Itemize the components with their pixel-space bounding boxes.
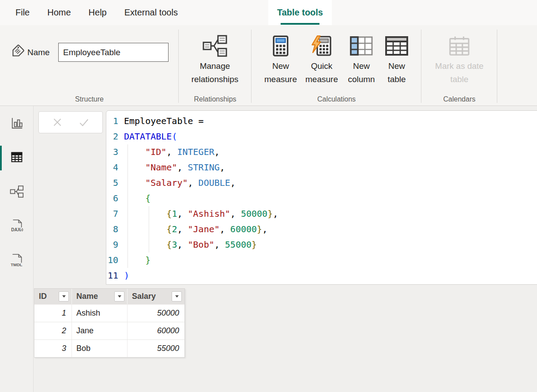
- formula-bar-actions: [38, 111, 103, 133]
- column-header-label: ID: [39, 292, 47, 301]
- tab-help[interactable]: Help: [80, 0, 116, 25]
- code-text: "Salary", DOUBLE,: [124, 175, 236, 191]
- code-text: ): [124, 268, 129, 283]
- code-text: {3, "Bob", 55000}: [124, 237, 257, 253]
- new-column-button[interactable]: New column: [344, 32, 379, 86]
- dropdown-triangle-icon: [62, 295, 66, 298]
- line-number: 10: [106, 253, 124, 268]
- code-line[interactable]: 10 }: [106, 253, 537, 268]
- sidebar-item-tmdl-view[interactable]: TMDL: [0, 249, 34, 274]
- button-label: column: [348, 73, 375, 86]
- code-text: {2, "Jane", 60000},: [124, 222, 267, 237]
- group-label-structure: Structure: [0, 95, 179, 103]
- table-cell[interactable]: Ashish: [72, 305, 128, 322]
- button-label: measure: [264, 73, 297, 86]
- report-view-icon: [10, 117, 23, 132]
- code-line[interactable]: 9 {3, "Bob", 55000}: [106, 237, 537, 253]
- new-table-button[interactable]: New table: [383, 32, 410, 86]
- ribbon-group-structure: Name Structure: [0, 25, 179, 106]
- code-line[interactable]: 2DATATABLE(: [106, 129, 537, 144]
- table-cell[interactable]: 2: [34, 322, 72, 339]
- code-text: {1, "Ashish", 50000},: [124, 206, 278, 222]
- column-header-salary[interactable]: Salary: [128, 289, 184, 304]
- tab-home[interactable]: Home: [38, 0, 79, 25]
- table-name-label: Name: [27, 48, 50, 57]
- line-number: 11: [106, 268, 124, 283]
- line-number: 7: [106, 206, 124, 222]
- sidebar-item-data-view[interactable]: [0, 146, 34, 170]
- formula-cancel-button[interactable]: [50, 115, 65, 130]
- formula-commit-button[interactable]: [76, 115, 91, 130]
- calendar-icon: [448, 32, 470, 60]
- column-header-name[interactable]: Name: [72, 289, 128, 304]
- code-text: "ID", INTEGER,: [124, 144, 220, 160]
- column-header-label: Name: [76, 292, 98, 301]
- column-header-label: Salary: [132, 292, 156, 301]
- code-line[interactable]: 8 {2, "Jane", 60000},: [106, 222, 537, 237]
- tmdl-view-icon: TMDL: [9, 253, 24, 270]
- manage-relationships-button[interactable]: Manage relationships: [184, 32, 246, 86]
- button-label: New: [388, 60, 405, 73]
- table-cell[interactable]: 50000: [128, 305, 184, 322]
- tab-file[interactable]: File: [7, 0, 38, 25]
- manage-relationships-icon: [202, 32, 228, 60]
- calculator-icon: [271, 32, 290, 60]
- code-text: DATATABLE(: [124, 129, 177, 144]
- table-cell[interactable]: 3: [34, 340, 72, 357]
- main-area: DAX TMDL: [0, 106, 537, 392]
- column-header-id[interactable]: ID: [34, 289, 72, 304]
- table-name-input[interactable]: [58, 43, 169, 62]
- button-label: table: [450, 73, 468, 86]
- dropdown-triangle-icon: [175, 295, 179, 298]
- code-line[interactable]: 6 {: [106, 191, 537, 206]
- table-cell[interactable]: Bob: [72, 340, 128, 357]
- line-number: 9: [106, 237, 124, 253]
- dax-formula-editor[interactable]: 1EmployeeTable =2DATATABLE(3 "ID", INTEG…: [106, 110, 537, 285]
- code-line[interactable]: 5 "Salary", DOUBLE,: [106, 175, 537, 191]
- line-number: 4: [106, 160, 124, 175]
- tag-icon: [10, 43, 25, 62]
- code-line[interactable]: 1EmployeeTable =: [106, 113, 537, 129]
- code-line[interactable]: 3 "ID", INTEGER,: [106, 144, 537, 160]
- code-text: "Name", STRING,: [124, 160, 225, 175]
- new-measure-button[interactable]: New measure: [261, 32, 300, 86]
- table-cell[interactable]: 1: [34, 305, 72, 322]
- quick-measure-lightning-calculator-icon: [311, 32, 333, 60]
- code-line[interactable]: 4 "Name", STRING,: [106, 160, 537, 175]
- sidebar-item-dax-query-view[interactable]: DAX: [0, 215, 34, 239]
- filter-dropdown-button[interactable]: [172, 291, 182, 302]
- code-text: EmployeeTable =: [124, 113, 204, 129]
- ribbon: Name Structure Manage: [0, 25, 537, 106]
- filter-dropdown-button[interactable]: [114, 291, 124, 302]
- table-cell[interactable]: 55000: [128, 340, 184, 357]
- tab-table-tools[interactable]: Table tools: [268, 0, 332, 25]
- sidebar-item-report-view[interactable]: [0, 112, 34, 136]
- table-row: 3Bob55000: [34, 339, 184, 357]
- sidebar-item-model-view[interactable]: [0, 180, 34, 205]
- preview-table-header: IDNameSalary: [34, 289, 184, 304]
- button-label: New: [272, 60, 289, 73]
- table-row: 2Jane60000: [34, 322, 184, 339]
- button-label: Quick: [311, 60, 333, 73]
- tab-external-tools[interactable]: External tools: [116, 0, 187, 25]
- filter-dropdown-button[interactable]: [59, 291, 69, 302]
- group-label-calculations: Calculations: [252, 95, 421, 103]
- preview-table-body: 1Ashish500002Jane600003Bob55000: [34, 304, 184, 357]
- table-cell[interactable]: Jane: [72, 322, 128, 339]
- table-blue-column-icon: [350, 32, 373, 60]
- data-view-content: 1EmployeeTable =2DATATABLE(3 "ID", INTEG…: [34, 106, 537, 392]
- powerbi-window: File Home Help External tools Table tool…: [0, 0, 537, 392]
- view-sidebar: DAX TMDL: [0, 106, 34, 392]
- svg-text:TMDL: TMDL: [11, 262, 23, 267]
- line-number: 6: [106, 191, 124, 206]
- button-label: New: [353, 60, 370, 73]
- quick-measure-button[interactable]: Quick measure: [301, 32, 342, 86]
- table-cell[interactable]: 60000: [128, 322, 184, 339]
- code-line[interactable]: 11): [106, 268, 537, 283]
- ribbon-tab-strip: File Home Help External tools Table tool…: [0, 0, 537, 25]
- line-number: 3: [106, 144, 124, 160]
- code-line[interactable]: 7 {1, "Ashish", 50000},: [106, 206, 537, 222]
- button-label: Manage: [200, 60, 230, 73]
- indent-guide: [149, 206, 149, 253]
- code-text: {: [124, 191, 150, 206]
